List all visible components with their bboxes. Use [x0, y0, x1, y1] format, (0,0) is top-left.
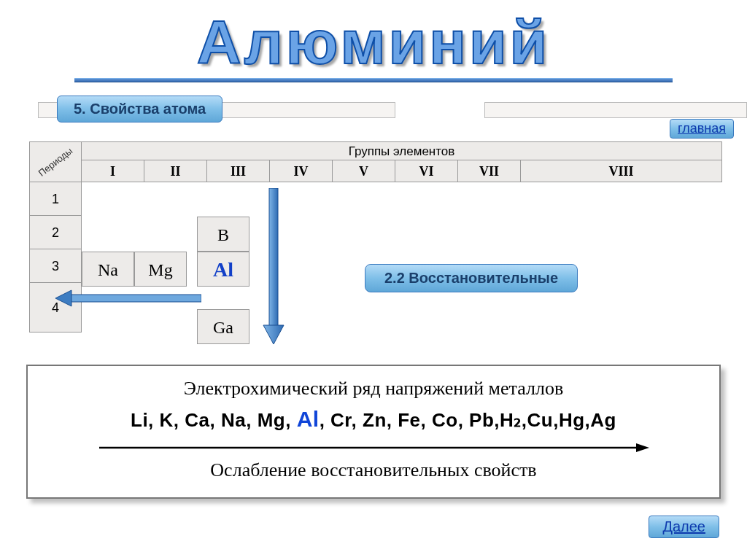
section-bar-right [484, 102, 747, 118]
group-col: VII [458, 160, 521, 182]
home-link[interactable]: главная [670, 119, 734, 139]
arrow-down-icon [260, 188, 287, 349]
series-before: Li, K, Ca, Na, Mg, [131, 409, 297, 431]
period-column: 1 2 3 4 [29, 182, 82, 332]
title-area: Алюминий [0, 0, 747, 82]
title-underline [74, 78, 673, 82]
svg-rect-0 [269, 188, 278, 327]
period-cell: 2 [29, 216, 82, 249]
groups-title: Группы элементов [82, 141, 722, 160]
weakening-label: Ослабление восстановительных свойств [35, 459, 712, 481]
reducing-properties-box: 2.2 Восстановительные [365, 264, 578, 292]
group-col: I [82, 160, 144, 182]
group-col: VI [395, 160, 458, 182]
svg-marker-3 [55, 290, 71, 306]
activity-arrow-icon [96, 440, 651, 455]
activity-series-box: Электрохимический ряд напряжений металло… [26, 365, 721, 499]
group-col: II [144, 160, 207, 182]
next-link[interactable]: Далее [649, 516, 719, 538]
element-mg: Mg [134, 252, 187, 287]
roman-row: I II III IV V VI VII VIII [82, 160, 722, 182]
element-na: Na [82, 252, 134, 287]
series-al: Al [297, 407, 320, 431]
group-col: IV [270, 160, 333, 182]
period-cell: 3 [29, 249, 82, 283]
element-ga: Ga [197, 309, 249, 344]
group-col: VIII [521, 160, 722, 182]
activity-series-title: Электрохимический ряд напряжений металло… [35, 378, 712, 400]
series-after: , Cr, Zn, Fe, Co, Pb,H₂,Cu,Hg,Ag [320, 409, 616, 431]
svg-marker-5 [636, 443, 649, 452]
page-title: Алюминий [197, 7, 550, 78]
period-cell: 1 [29, 182, 82, 216]
svg-marker-1 [263, 325, 284, 344]
arrow-left-icon [54, 287, 201, 309]
periods-label: Периоды [29, 141, 82, 182]
section-row: 5. Свойства атома главная [0, 96, 747, 128]
group-col: III [207, 160, 270, 182]
section-tab: 5. Свойства атома [57, 96, 222, 122]
element-al: Al [197, 252, 249, 287]
group-col: V [333, 160, 395, 182]
element-b: B [197, 217, 249, 252]
svg-rect-2 [70, 295, 201, 302]
activity-series-list: Li, K, Ca, Na, Mg, Al, Cr, Zn, Fe, Co, P… [35, 407, 712, 432]
